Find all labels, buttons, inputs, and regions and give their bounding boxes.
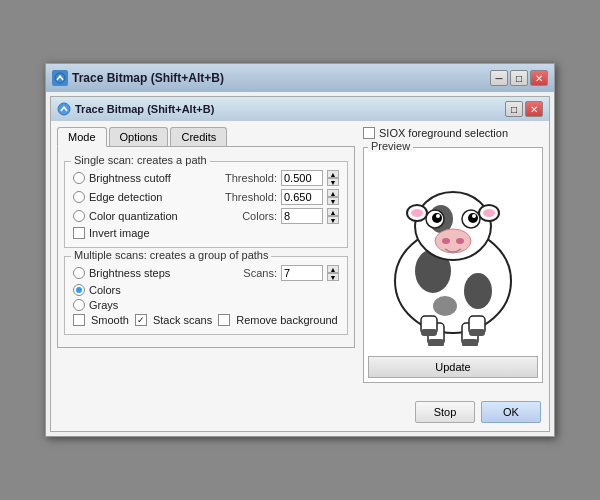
scans-up[interactable]: ▲ [327, 265, 339, 273]
tab-bar: Mode Options Credits [57, 127, 355, 147]
outer-titlebar: Trace Bitmap (Shift+Alt+B) ─ □ ✕ [46, 64, 554, 92]
edge-radio[interactable] [73, 191, 85, 203]
brightness-steps-label: Brightness steps [89, 267, 170, 279]
brightness-threshold-input[interactable] [281, 170, 323, 186]
colorquant-down[interactable]: ▼ [327, 216, 339, 224]
brightness-steps-row: Brightness steps Scans: ▲ ▼ [73, 265, 339, 281]
colorquant-up[interactable]: ▲ [327, 208, 339, 216]
scans-spinner: ▲ ▼ [327, 265, 339, 281]
remove-bg-checkbox[interactable] [218, 314, 230, 326]
colors-label: Colors [89, 284, 121, 296]
scans-row: Scans: ▲ ▼ [243, 265, 339, 281]
grays-row: Grays [73, 299, 339, 311]
brightness-label: Brightness cutoff [89, 172, 171, 184]
brightness-down[interactable]: ▼ [327, 178, 339, 186]
brightness-radio[interactable] [73, 172, 85, 184]
stack-scans-label: Stack scans [153, 314, 212, 326]
siox-checkbox[interactable] [363, 127, 375, 139]
smooth-label: Smooth [91, 314, 129, 326]
brightness-row: Brightness cutoff Threshold: ▲ ▼ [73, 170, 339, 186]
close-button[interactable]: ✕ [530, 70, 548, 86]
svg-rect-27 [421, 329, 437, 336]
outer-window: Trace Bitmap (Shift+Alt+B) ─ □ ✕ Trace B… [45, 63, 555, 437]
edge-row: Edge detection Threshold: ▲ ▼ [73, 189, 339, 205]
svg-rect-25 [428, 339, 444, 346]
svg-rect-26 [462, 339, 478, 346]
tab-content: Single scan: creates a path Brightness c… [57, 147, 355, 348]
scans-label: Scans: [243, 267, 277, 279]
svg-point-20 [456, 238, 464, 244]
preview-label: Preview [368, 140, 413, 152]
edge-threshold-row: Threshold: ▲ ▼ [225, 189, 339, 205]
svg-point-0 [55, 73, 65, 83]
inner-app-icon [57, 102, 71, 116]
multiple-scans-group: Multiple scans: creates a group of paths… [64, 256, 348, 335]
stack-scans-checkbox[interactable] [135, 314, 147, 326]
invert-checkbox[interactable] [73, 227, 85, 239]
svg-point-11 [483, 209, 495, 217]
edge-threshold-input[interactable] [281, 189, 323, 205]
outer-titlebar-title: Trace Bitmap (Shift+Alt+B) [52, 70, 224, 86]
edge-label: Edge detection [89, 191, 162, 203]
update-button[interactable]: Update [368, 356, 538, 378]
buttons-row: Stop OK [51, 395, 549, 431]
svg-rect-28 [469, 329, 485, 336]
colorquant-radio[interactable] [73, 210, 85, 222]
brightness-threshold-label: Threshold: [225, 172, 277, 184]
left-panel: Mode Options Credits Single scan: create… [57, 127, 355, 389]
stop-button[interactable]: Stop [415, 401, 475, 423]
inner-titlebar-buttons: □ ✕ [505, 101, 543, 117]
colors-radio[interactable] [73, 284, 85, 296]
brightness-radio-group: Brightness cutoff [73, 172, 225, 184]
inner-window: Trace Bitmap (Shift+Alt+B) □ ✕ Mode Opti… [50, 96, 550, 432]
colorquant-row: Color quantization Colors: ▲ ▼ [73, 208, 339, 224]
single-scan-group: Single scan: creates a path Brightness c… [64, 161, 348, 248]
siox-row: SIOX foreground selection [363, 127, 543, 139]
tab-options[interactable]: Options [109, 127, 169, 146]
content-area: Mode Options Credits Single scan: create… [51, 121, 549, 395]
scans-input[interactable] [281, 265, 323, 281]
grays-radio[interactable] [73, 299, 85, 311]
scans-down[interactable]: ▼ [327, 273, 339, 281]
svg-point-16 [436, 214, 440, 218]
colors-radio-group: Colors [73, 284, 339, 296]
svg-point-9 [411, 209, 423, 217]
outer-titlebar-buttons: ─ □ ✕ [490, 70, 548, 86]
brightness-up[interactable]: ▲ [327, 170, 339, 178]
preview-image [368, 158, 538, 348]
remove-bg-label: Remove background [236, 314, 338, 326]
ok-button[interactable]: OK [481, 401, 541, 423]
svg-point-1 [58, 103, 70, 115]
invert-label: Invert image [89, 227, 150, 239]
svg-point-4 [464, 273, 492, 309]
colorquant-colors-label: Colors: [242, 210, 277, 222]
inner-title-text: Trace Bitmap (Shift+Alt+B) [75, 103, 214, 115]
colorquant-radio-group: Color quantization [73, 210, 242, 222]
minimize-button[interactable]: ─ [490, 70, 508, 86]
edge-threshold-label: Threshold: [225, 191, 277, 203]
colors-row: Colors [73, 284, 339, 296]
inner-close-button[interactable]: ✕ [525, 101, 543, 117]
brightness-steps-radio-group: Brightness steps [73, 267, 243, 279]
inner-restore-button[interactable]: □ [505, 101, 523, 117]
grays-label: Grays [89, 299, 118, 311]
maximize-button[interactable]: □ [510, 70, 528, 86]
edge-down[interactable]: ▼ [327, 197, 339, 205]
tab-mode[interactable]: Mode [57, 127, 107, 147]
smooth-checkbox[interactable] [73, 314, 85, 326]
svg-point-17 [472, 214, 476, 218]
preview-group: Preview [363, 147, 543, 383]
multiple-scans-title: Multiple scans: creates a group of paths [71, 249, 271, 261]
svg-point-19 [442, 238, 450, 244]
colorquant-spinner: ▲ ▼ [327, 208, 339, 224]
inner-titlebar: Trace Bitmap (Shift+Alt+B) □ ✕ [51, 97, 549, 121]
brightness-spinner: ▲ ▼ [327, 170, 339, 186]
app-icon [52, 70, 68, 86]
brightness-threshold-row: Threshold: ▲ ▼ [225, 170, 339, 186]
colorquant-input[interactable] [281, 208, 323, 224]
colorquant-threshold-row: Colors: ▲ ▼ [242, 208, 339, 224]
brightness-steps-radio[interactable] [73, 267, 85, 279]
tab-credits[interactable]: Credits [170, 127, 227, 146]
edge-up[interactable]: ▲ [327, 189, 339, 197]
siox-label: SIOX foreground selection [379, 127, 508, 139]
